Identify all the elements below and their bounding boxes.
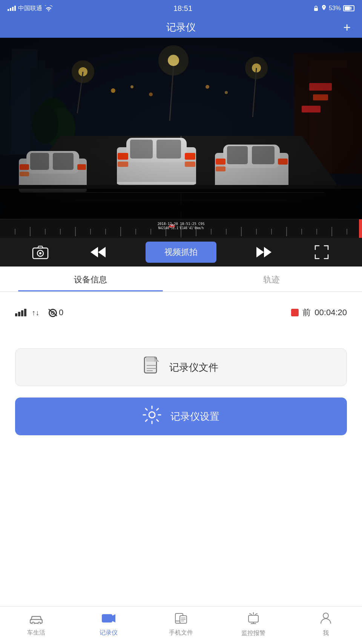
svg-rect-115: [248, 615, 258, 622]
timeline-track: 🚗 2018-12-20 18:51:25 C9S N42140'51.1'E1…: [0, 219, 362, 238]
svg-point-91: [39, 252, 41, 254]
status-time: 18:51: [173, 4, 192, 13]
svg-line-119: [250, 613, 252, 615]
device-info-panel: ↑↓ 0 前 00:04:20: [0, 292, 362, 333]
nav-item-me[interactable]: 我: [290, 612, 362, 639]
recording-status: 前 00:04:20: [291, 307, 347, 318]
nav-item-phone-files[interactable]: 手机文件: [145, 613, 217, 638]
car-life-icon: [30, 613, 43, 627]
video-container: 🚗 2018-12-20 18:51:25 C9S N42140'51.1'E1…: [0, 38, 362, 267]
svg-point-102: [149, 412, 155, 418]
bottom-nav: 车生活 记录仪 手机文件: [0, 606, 362, 644]
nav-item-car-life[interactable]: 车生活: [0, 613, 72, 638]
scene-svg: [0, 38, 362, 219]
fullscreen-button[interactable]: [311, 242, 332, 263]
nav-label-phone-files: 手机文件: [169, 629, 193, 637]
video-capture-button[interactable]: 视频抓拍: [146, 242, 216, 263]
nav-plus-button[interactable]: +: [343, 20, 351, 35]
signal-gps-info: ↑↓ 0: [15, 308, 63, 317]
rewind-button[interactable]: [87, 242, 109, 263]
wifi-icon: [44, 5, 53, 11]
monitor-alarm-icon: [247, 612, 260, 627]
carrier-label: 中国联通: [18, 5, 42, 12]
svg-text:N42140'51.1'E146'41'0km/h: N42140'51.1'E146'41'0km/h: [158, 226, 204, 230]
status-bar: 中国联通 18:51 53%: [0, 0, 362, 17]
files-icon: [144, 356, 160, 379]
rec-time: 00:04:20: [314, 308, 347, 317]
svg-marker-108: [112, 614, 115, 622]
nav-item-recorder[interactable]: 记录仪: [72, 613, 145, 638]
data-transfer-icon: ↑↓: [32, 308, 39, 317]
svg-point-104: [32, 622, 34, 624]
settings-button-label: 记录仪设置: [170, 410, 219, 423]
fastforward-icon: [256, 245, 272, 259]
battery-icon: [343, 5, 354, 11]
timeline[interactable]: 🚗 2018-12-20 18:51:25 C9S N42140'51.1'E1…: [0, 219, 362, 238]
video-controls: 视频抓拍: [0, 238, 362, 267]
location-icon: [321, 5, 327, 12]
gps-off-icon: [48, 308, 58, 317]
rec-direction: 前: [302, 307, 311, 318]
settings-button[interactable]: 记录仪设置: [15, 397, 347, 435]
svg-rect-88: [359, 219, 362, 238]
svg-rect-107: [102, 614, 112, 622]
nav-label-monitor-alarm: 监控报警: [241, 629, 265, 637]
nav-bar: 记录仪 +: [0, 17, 362, 38]
fullscreen-icon: [314, 245, 329, 259]
recorder-icon: [101, 613, 116, 627]
device-status-row: ↑↓ 0 前 00:04:20: [15, 303, 347, 322]
timeline-ticks-svg: 🚗 2018-12-20 18:51:25 C9S N42140'51.1'E1…: [0, 219, 362, 238]
signal-bars-icon: [8, 6, 16, 11]
nav-label-recorder: 记录仪: [100, 629, 118, 637]
lock-icon: [313, 5, 319, 12]
settings-icon: [143, 405, 161, 428]
rewind-icon: [90, 245, 106, 259]
nav-label-me: 我: [323, 629, 329, 637]
tab-trajectory[interactable]: 轨迹: [181, 267, 362, 291]
svg-point-105: [38, 622, 40, 624]
svg-rect-60: [0, 38, 362, 219]
gps-satellite-count: 0: [59, 308, 63, 317]
action-buttons: 记录仪文件 记录仪设置: [0, 333, 362, 450]
nav-label-car-life: 车生活: [27, 629, 45, 637]
svg-marker-94: [256, 247, 264, 257]
files-button[interactable]: 记录仪文件: [15, 348, 347, 386]
tabs: 设备信息 轨迹: [0, 267, 362, 292]
camera-icon: [32, 245, 49, 259]
fastforward-button[interactable]: [253, 242, 275, 263]
svg-text:2018-12-20  18:51:25  C9S: 2018-12-20 18:51:25 C9S: [158, 222, 205, 226]
svg-marker-95: [264, 247, 272, 257]
svg-rect-0: [314, 8, 318, 11]
video-frame: [0, 38, 362, 219]
phone-files-icon: [175, 613, 187, 627]
tab-device-info[interactable]: 设备信息: [0, 267, 181, 291]
screenshot-button[interactable]: [30, 242, 51, 263]
status-left: 中国联通: [8, 5, 53, 12]
svg-marker-92: [90, 247, 98, 257]
nav-item-monitor-alarm[interactable]: 监控报警: [217, 612, 290, 639]
svg-marker-93: [98, 247, 106, 257]
me-icon: [320, 612, 331, 627]
svg-line-120: [255, 613, 257, 615]
signal-strength-icon: [15, 309, 26, 316]
svg-point-121: [323, 613, 328, 618]
capture-button-label: 视频抓拍: [164, 247, 198, 258]
battery-percent: 53%: [329, 5, 341, 12]
rec-indicator: [291, 309, 299, 316]
status-right: 53%: [313, 5, 354, 12]
nav-title: 记录仪: [166, 21, 196, 34]
files-button-label: 记录仪文件: [169, 361, 218, 374]
